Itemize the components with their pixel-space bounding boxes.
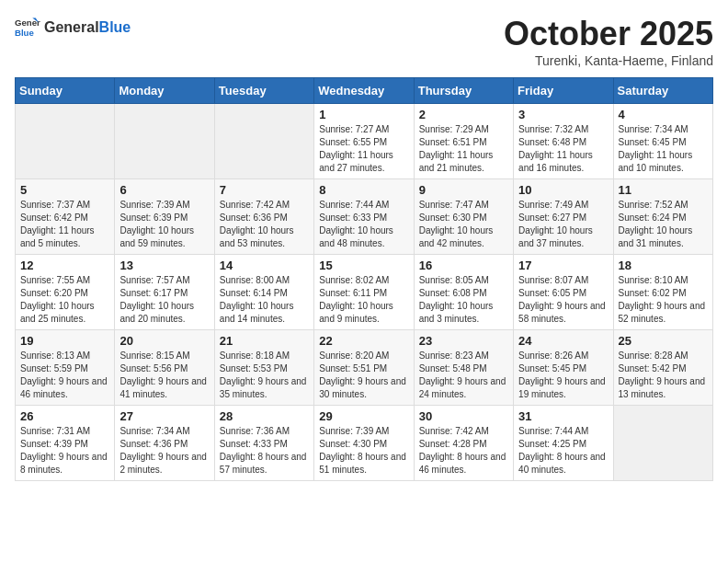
calendar-cell: 14Sunrise: 8:00 AMSunset: 6:14 PMDayligh… bbox=[214, 255, 313, 330]
day-info: Sunrise: 8:00 AMSunset: 6:14 PMDaylight:… bbox=[220, 274, 309, 326]
calendar-cell: 22Sunrise: 8:20 AMSunset: 5:51 PMDayligh… bbox=[314, 330, 414, 406]
calendar-cell: 18Sunrise: 8:10 AMSunset: 6:02 PMDayligh… bbox=[613, 255, 712, 330]
day-number: 11 bbox=[619, 183, 708, 197]
day-info: Sunrise: 8:15 AMSunset: 5:56 PMDaylight:… bbox=[119, 350, 209, 401]
calendar-cell: 17Sunrise: 8:07 AMSunset: 6:05 PMDayligh… bbox=[514, 255, 613, 330]
day-number: 27 bbox=[119, 409, 209, 423]
logo-general-text: GeneralBlue bbox=[44, 19, 131, 36]
day-info: Sunrise: 7:57 AMSunset: 6:17 PMDaylight:… bbox=[119, 274, 209, 326]
calendar-cell: 9Sunrise: 7:47 AMSunset: 6:30 PMDaylight… bbox=[414, 179, 513, 255]
day-info: Sunrise: 7:34 AMSunset: 4:36 PMDaylight:… bbox=[119, 425, 209, 477]
week-row-5: 26Sunrise: 7:31 AMSunset: 4:39 PMDayligh… bbox=[16, 406, 713, 481]
weekday-header-row: SundayMondayTuesdayWednesdayThursdayFrid… bbox=[16, 78, 713, 104]
day-number: 13 bbox=[119, 259, 209, 272]
day-number: 21 bbox=[220, 334, 309, 348]
day-info: Sunrise: 7:31 AMSunset: 4:39 PMDaylight:… bbox=[20, 425, 109, 477]
calendar-cell: 7Sunrise: 7:42 AMSunset: 6:36 PMDaylight… bbox=[214, 179, 313, 255]
calendar-cell: 13Sunrise: 7:57 AMSunset: 6:17 PMDayligh… bbox=[115, 255, 214, 330]
day-info: Sunrise: 7:37 AMSunset: 6:42 PMDaylight:… bbox=[20, 199, 109, 250]
calendar-cell: 28Sunrise: 7:36 AMSunset: 4:33 PMDayligh… bbox=[214, 406, 313, 481]
weekday-header-sunday: Sunday bbox=[16, 78, 115, 104]
week-row-1: 1Sunrise: 7:27 AMSunset: 6:55 PMDaylight… bbox=[16, 104, 713, 179]
day-number: 14 bbox=[220, 259, 309, 272]
calendar-cell: 3Sunrise: 7:32 AMSunset: 6:48 PMDaylight… bbox=[514, 104, 613, 179]
day-number: 28 bbox=[220, 409, 309, 423]
location: Turenki, Kanta-Haeme, Finland bbox=[504, 53, 713, 68]
svg-text:General: General bbox=[15, 17, 40, 28]
calendar-cell: 20Sunrise: 8:15 AMSunset: 5:56 PMDayligh… bbox=[115, 330, 214, 406]
calendar-cell: 15Sunrise: 8:02 AMSunset: 6:11 PMDayligh… bbox=[314, 255, 414, 330]
day-info: Sunrise: 7:44 AMSunset: 4:25 PMDaylight:… bbox=[518, 425, 608, 477]
day-info: Sunrise: 7:47 AMSunset: 6:30 PMDaylight:… bbox=[419, 199, 508, 250]
day-number: 2 bbox=[419, 108, 508, 121]
day-number: 19 bbox=[20, 334, 109, 348]
calendar-cell: 19Sunrise: 8:13 AMSunset: 5:59 PMDayligh… bbox=[16, 330, 115, 406]
calendar-cell: 30Sunrise: 7:42 AMSunset: 4:28 PMDayligh… bbox=[414, 406, 513, 481]
day-number: 30 bbox=[419, 409, 508, 423]
calendar-cell: 5Sunrise: 7:37 AMSunset: 6:42 PMDaylight… bbox=[16, 179, 115, 255]
day-number: 7 bbox=[220, 183, 309, 197]
day-info: Sunrise: 7:32 AMSunset: 6:48 PMDaylight:… bbox=[518, 123, 608, 175]
calendar-cell bbox=[613, 406, 712, 481]
day-info: Sunrise: 8:13 AMSunset: 5:59 PMDaylight:… bbox=[20, 350, 109, 401]
weekday-header-tuesday: Tuesday bbox=[214, 78, 313, 104]
day-number: 1 bbox=[319, 108, 408, 121]
day-number: 9 bbox=[419, 183, 508, 197]
logo-icon: General Blue bbox=[15, 15, 40, 40]
day-number: 31 bbox=[518, 409, 608, 423]
calendar-cell: 24Sunrise: 8:26 AMSunset: 5:45 PMDayligh… bbox=[514, 330, 613, 406]
calendar-cell: 23Sunrise: 8:23 AMSunset: 5:48 PMDayligh… bbox=[414, 330, 513, 406]
day-info: Sunrise: 8:20 AMSunset: 5:51 PMDaylight:… bbox=[319, 350, 408, 401]
day-number: 26 bbox=[20, 409, 109, 423]
day-info: Sunrise: 8:18 AMSunset: 5:53 PMDaylight:… bbox=[220, 350, 309, 401]
day-info: Sunrise: 8:28 AMSunset: 5:42 PMDaylight:… bbox=[619, 350, 708, 401]
day-info: Sunrise: 7:36 AMSunset: 4:33 PMDaylight:… bbox=[220, 425, 309, 477]
month-title: October 2025 bbox=[504, 15, 713, 53]
day-number: 25 bbox=[619, 334, 708, 348]
day-number: 18 bbox=[619, 259, 708, 272]
day-info: Sunrise: 7:42 AMSunset: 4:28 PMDaylight:… bbox=[419, 425, 508, 477]
calendar-cell: 27Sunrise: 7:34 AMSunset: 4:36 PMDayligh… bbox=[115, 406, 214, 481]
day-info: Sunrise: 7:49 AMSunset: 6:27 PMDaylight:… bbox=[518, 199, 608, 250]
calendar-cell: 11Sunrise: 7:52 AMSunset: 6:24 PMDayligh… bbox=[613, 179, 712, 255]
calendar-cell: 12Sunrise: 7:55 AMSunset: 6:20 PMDayligh… bbox=[16, 255, 115, 330]
day-number: 24 bbox=[518, 334, 608, 348]
day-number: 12 bbox=[20, 259, 109, 272]
svg-text:Blue: Blue bbox=[15, 28, 34, 38]
calendar-cell: 8Sunrise: 7:44 AMSunset: 6:33 PMDaylight… bbox=[314, 179, 414, 255]
logo: General Blue GeneralBlue bbox=[15, 15, 131, 40]
week-row-3: 12Sunrise: 7:55 AMSunset: 6:20 PMDayligh… bbox=[16, 255, 713, 330]
calendar-table: SundayMondayTuesdayWednesdayThursdayFrid… bbox=[15, 77, 713, 481]
weekday-header-wednesday: Wednesday bbox=[314, 78, 414, 104]
day-number: 15 bbox=[319, 259, 408, 272]
calendar-cell bbox=[16, 104, 115, 179]
calendar-cell: 2Sunrise: 7:29 AMSunset: 6:51 PMDaylight… bbox=[414, 104, 513, 179]
day-number: 5 bbox=[20, 183, 109, 197]
day-number: 10 bbox=[518, 183, 608, 197]
calendar-cell bbox=[214, 104, 313, 179]
calendar-cell: 31Sunrise: 7:44 AMSunset: 4:25 PMDayligh… bbox=[514, 406, 613, 481]
calendar-cell: 25Sunrise: 8:28 AMSunset: 5:42 PMDayligh… bbox=[613, 330, 712, 406]
calendar-cell: 21Sunrise: 8:18 AMSunset: 5:53 PMDayligh… bbox=[214, 330, 313, 406]
title-block: October 2025 Turenki, Kanta-Haeme, Finla… bbox=[504, 15, 713, 68]
weekday-header-friday: Friday bbox=[514, 78, 613, 104]
day-info: Sunrise: 7:55 AMSunset: 6:20 PMDaylight:… bbox=[20, 274, 109, 326]
day-info: Sunrise: 7:34 AMSunset: 6:45 PMDaylight:… bbox=[619, 123, 708, 175]
day-number: 6 bbox=[119, 183, 209, 197]
day-info: Sunrise: 7:39 AMSunset: 6:39 PMDaylight:… bbox=[119, 199, 209, 250]
week-row-4: 19Sunrise: 8:13 AMSunset: 5:59 PMDayligh… bbox=[16, 330, 713, 406]
calendar-cell: 6Sunrise: 7:39 AMSunset: 6:39 PMDaylight… bbox=[115, 179, 214, 255]
day-info: Sunrise: 8:26 AMSunset: 5:45 PMDaylight:… bbox=[518, 350, 608, 401]
day-info: Sunrise: 8:23 AMSunset: 5:48 PMDaylight:… bbox=[419, 350, 508, 401]
day-info: Sunrise: 8:05 AMSunset: 6:08 PMDaylight:… bbox=[419, 274, 508, 326]
calendar-cell: 26Sunrise: 7:31 AMSunset: 4:39 PMDayligh… bbox=[16, 406, 115, 481]
weekday-header-thursday: Thursday bbox=[414, 78, 513, 104]
calendar-cell: 10Sunrise: 7:49 AMSunset: 6:27 PMDayligh… bbox=[514, 179, 613, 255]
day-info: Sunrise: 7:42 AMSunset: 6:36 PMDaylight:… bbox=[220, 199, 309, 250]
week-row-2: 5Sunrise: 7:37 AMSunset: 6:42 PMDaylight… bbox=[16, 179, 713, 255]
day-info: Sunrise: 7:27 AMSunset: 6:55 PMDaylight:… bbox=[319, 123, 408, 175]
day-info: Sunrise: 8:07 AMSunset: 6:05 PMDaylight:… bbox=[518, 274, 608, 326]
day-number: 23 bbox=[419, 334, 508, 348]
day-info: Sunrise: 7:44 AMSunset: 6:33 PMDaylight:… bbox=[319, 199, 408, 250]
weekday-header-saturday: Saturday bbox=[613, 78, 712, 104]
